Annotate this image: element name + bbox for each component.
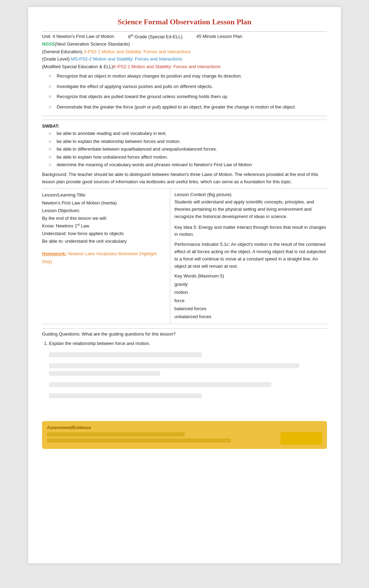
bullet-1: Recognize that an object in motion alway… <box>49 73 327 80</box>
guiding-list: Explain the relationship between force a… <box>42 340 327 347</box>
right-column: Lesson Context (Big picture) Students wi… <box>170 188 327 323</box>
grade-label: 6th Grade (Special Ed-ELL) <box>128 34 182 39</box>
duration-label: 45 Minute Lesson Plan <box>196 34 242 39</box>
general-ed-label: (General Education) <box>42 49 82 54</box>
ngss-label: NGSS <box>42 41 55 47</box>
homework-label: Homework: <box>42 251 67 256</box>
blurred-4 <box>49 382 271 387</box>
blurred-1 <box>49 352 202 357</box>
lesson-title-label: Lesson/Learning Title: <box>42 191 166 199</box>
performance-label: Performance Indicator 5.1c: <box>174 242 230 247</box>
key-words-section: Key Words (Maximum 5) gravity motion for… <box>174 272 327 321</box>
objectives-label: Lesson Objectives: <box>42 207 166 215</box>
understand: Understand: how force applies to objects <box>42 230 166 237</box>
swbat-list: be able to annotate reading and unit voc… <box>42 130 327 168</box>
swbat-label: SWBAT: <box>42 123 327 129</box>
ngss-full: (Next Generation Science Standards) <box>55 41 130 47</box>
bottom-bar: Assessment/Evidence <box>42 421 327 449</box>
swbat-2: be able to explain the relationship betw… <box>49 138 327 145</box>
kw-3: force <box>174 297 327 305</box>
bottom-bar-label: Assessment/Evidence <box>47 425 322 430</box>
general-ed-link: 3-PS2-1 Motion and Stability: Forces and… <box>84 49 191 54</box>
bottom-bar-text-2 <box>47 438 231 443</box>
blurred-5 <box>49 393 202 398</box>
guiding-section: Guiding Questions: What are the guiding … <box>42 328 327 403</box>
two-col-section: Lesson/Learning Title: Newton's First La… <box>42 188 327 324</box>
bottom-bar-left <box>47 432 277 445</box>
able-to: Be able to: understand the unit vocabula… <box>42 237 166 245</box>
swbat-section: SWBAT: be able to annotate reading and u… <box>42 120 327 185</box>
bottom-bar-text-1 <box>47 432 185 436</box>
context-label: Lesson Context (Big picture) <box>174 191 327 199</box>
background-text: Background: The teacher should be able t… <box>42 171 327 186</box>
key-words-label: Key Words (Maximum 5) <box>174 272 327 280</box>
standards-bullets: Recognize that an object in motion alway… <box>42 73 327 110</box>
lesson-title: Newton's First Law of Motion (Inertia) <box>42 199 166 207</box>
kw-1: gravity <box>174 280 327 288</box>
left-column: Lesson/Learning Title: Newton's First La… <box>42 188 170 323</box>
know: Know: Newtons 1st Law <box>42 222 166 230</box>
bottom-bar-content <box>47 432 322 445</box>
standards-section: NGSS(Next Generation Science Standards) … <box>42 41 327 70</box>
homework-box: Homework: Newtosn Laws Vocabulary Worksh… <box>42 249 166 267</box>
bullet-2: Investigate the effect of applying vario… <box>49 83 327 90</box>
objectives-intro: By the end of this lesson we will: <box>42 215 166 222</box>
unit-label: Unit: 4 Newton's First Law of Motion <box>42 34 114 39</box>
guiding-title: Guiding Questions: What are the guiding … <box>42 331 327 337</box>
page-title: Science Formal Observation Lesson Plan <box>42 17 327 26</box>
bottom-bar-right <box>280 432 322 445</box>
modified-label: (Modified Special Education & ELL) <box>42 64 113 69</box>
blurred-2 <box>49 363 299 368</box>
header-section: Unit: 4 Newton's First Law of Motion 6th… <box>42 31 327 116</box>
swbat-3: be able to differentiate between equal/b… <box>49 146 327 153</box>
swbat-4: be able to explain how unbalanced forces… <box>49 154 327 161</box>
guiding-item-1: Explain the relationship between force a… <box>49 340 327 347</box>
swbat-5: determine the meaning of vocabulary word… <box>49 161 327 168</box>
kw-2: motion <box>174 288 327 296</box>
bullet-3: Recognize that objects are pulled toward… <box>49 93 327 100</box>
grade-level-label: (Grade Level) <box>42 56 69 62</box>
bullet-4: Demonstrate that the greater the force (… <box>49 104 327 111</box>
blurred-section <box>42 350 327 403</box>
context-text: Students will understand and apply scien… <box>174 199 327 220</box>
grade-level-link: MS-PS2-2 Motion and Stability: Forces an… <box>71 56 182 62</box>
swbat-1: be able to annotate reading and unit voc… <box>49 130 327 137</box>
kw-5: unbalanced forces <box>174 313 327 321</box>
blurred-3 <box>49 371 160 376</box>
lesson-plan-page: Science Formal Observation Lesson Plan U… <box>28 7 341 563</box>
performance-indicator: Performance Indicator 5.1c: An object's … <box>174 241 327 270</box>
key-idea: Key Idea 5: Energy and matter interact t… <box>174 224 327 239</box>
modified-link: K-PS2-1 Motion and Stability: Forces and… <box>113 64 221 69</box>
kw-4: balanced forces <box>174 305 327 313</box>
